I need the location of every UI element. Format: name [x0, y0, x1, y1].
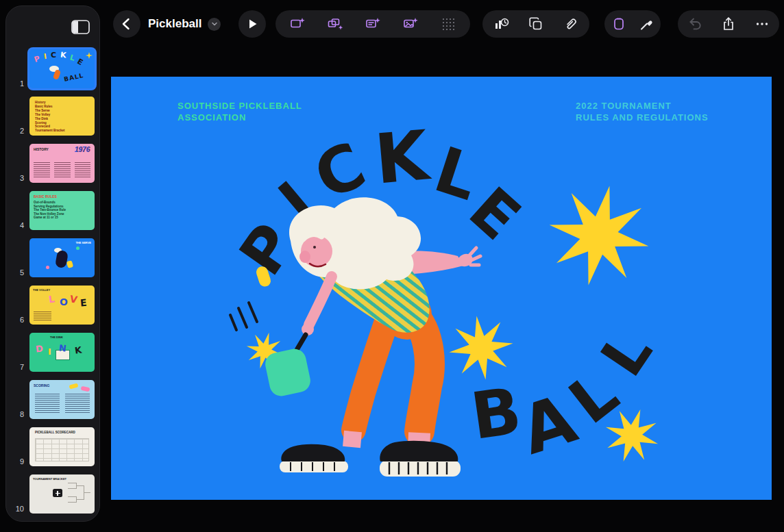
- slide-thumbnail-4[interactable]: BASIC RULES Out-of-Bounds Serving Regula…: [29, 191, 95, 230]
- object-style-button[interactable]: [604, 10, 633, 38]
- slide-number: 8: [12, 410, 24, 418]
- slide-thumbnail-9[interactable]: PICKLEBALL SCORECARD: [29, 427, 95, 466]
- share-icon: [720, 16, 737, 32]
- thumb-letter: I: [48, 346, 51, 357]
- slide-number: 6: [12, 316, 24, 324]
- play-button[interactable]: [238, 10, 266, 38]
- pickle-shape: [69, 383, 78, 389]
- slide-thumbnail-6[interactable]: THE VOLLEY L O V E: [29, 286, 95, 325]
- bracket-line: [68, 483, 77, 489]
- bracket-line: [84, 492, 90, 493]
- thumb-letter: K: [60, 51, 66, 60]
- slide-thumbnail-7[interactable]: THE DINK D I N K: [29, 333, 95, 372]
- header-line: 2022 TOURNAMENT: [576, 100, 709, 112]
- sidebar-toggle-button[interactable]: [71, 20, 90, 36]
- bracket-line: [77, 485, 84, 500]
- actions-toolbar-group: [678, 10, 779, 38]
- slide-header-right[interactable]: 2022 TOURNAMENT RULES AND REGULATIONS: [576, 100, 709, 123]
- bracket-line: [68, 496, 77, 503]
- slide-header-left[interactable]: SOUTHSIDE PICKLEBALL ASSOCIATION: [177, 100, 302, 123]
- document-title[interactable]: Pickleball: [148, 10, 221, 38]
- slide-row: 8 SCORING: [6, 380, 99, 419]
- text-lines: [34, 312, 51, 320]
- format-brush-button[interactable]: [633, 10, 661, 38]
- text-lines: [35, 394, 60, 413]
- slide-row: 5 THE SERVE: [6, 238, 99, 277]
- thumb-letter: V: [69, 293, 78, 305]
- ellipsis-icon: [754, 16, 770, 32]
- document-title-label: Pickleball: [148, 17, 201, 31]
- thumb-letter: K: [74, 344, 82, 355]
- paperclip-icon: [563, 16, 579, 32]
- thumb-letter: D: [35, 343, 43, 354]
- add-transition-button[interactable]: [319, 10, 351, 38]
- play-icon: [245, 17, 259, 31]
- slide-row: 1 P I C K L E BALL: [6, 49, 99, 88]
- brush-icon: [639, 16, 655, 32]
- thumb-title: THE DINK: [50, 335, 63, 339]
- sidebar-toggle-icon: [71, 20, 90, 34]
- slide-number: 1: [12, 79, 24, 88]
- text-slide-sparkle-icon: [365, 16, 381, 32]
- slide-thumbnail-2[interactable]: History Basic Rules The Serve The Volley…: [29, 97, 95, 136]
- more-button[interactable]: [746, 10, 778, 38]
- text-lines: [34, 162, 50, 177]
- slide-thumbnail-3[interactable]: HISTORY 1976: [29, 144, 95, 183]
- thumb-title: HISTORY: [34, 147, 49, 151]
- object-toolbar-group: [482, 10, 589, 38]
- slide-number: 2: [12, 127, 24, 135]
- slide-thumbnail-10[interactable]: TOURNAMENT BRACKET: [29, 474, 95, 514]
- thumb-title: SCORING: [34, 383, 49, 388]
- slide-thumbnail-1[interactable]: P I C K L E BALL: [29, 49, 95, 88]
- slide-sparkle-icon: [289, 16, 306, 32]
- add-text-button[interactable]: [357, 10, 389, 38]
- slide-row: 7 THE DINK D I N K: [6, 333, 99, 372]
- header-line: ASSOCIATION: [177, 112, 302, 123]
- thumb-title: THE SERVE: [75, 241, 91, 244]
- slide-thumbnail-list: 1 P I C K L E BALL 2 History Basic Rules: [6, 49, 99, 514]
- back-button[interactable]: [113, 10, 140, 38]
- new-slide-button[interactable]: [282, 10, 313, 38]
- rules-list: Out-of-Bounds Serving Regulations The Tw…: [34, 201, 66, 220]
- decorative-dot: [76, 246, 79, 250]
- thumb-letter: I: [43, 52, 47, 61]
- thumb-title: BASIC RULES: [34, 194, 57, 199]
- slide-artwork: P I C K L E B A L L: [111, 77, 772, 500]
- attachment-button[interactable]: [555, 10, 587, 38]
- thumb-title: THE VOLLEY: [33, 288, 50, 292]
- thumb-letter: C: [51, 51, 56, 60]
- text-lines: [75, 162, 90, 177]
- overlapping-squares-icon: [528, 16, 544, 32]
- chevron-down-icon[interactable]: [208, 18, 221, 31]
- share-button[interactable]: [713, 10, 744, 38]
- slide-row: 10 TOURNAMENT BRACKET: [6, 474, 99, 514]
- text-lines: [54, 162, 71, 177]
- thumb-figure: [55, 250, 69, 268]
- slide-thumbnail-8[interactable]: SCORING: [29, 380, 95, 419]
- thumb-word: BALL: [63, 72, 84, 83]
- header-line: RULES AND REGULATIONS: [576, 112, 709, 123]
- chevron-left-icon: [119, 16, 134, 31]
- header-line: SOUTHSIDE PICKLEBALL: [177, 100, 302, 112]
- slide-number: 5: [12, 268, 24, 277]
- thumb-paddle: [66, 260, 73, 268]
- slide-row: 4 BASIC RULES Out-of-Bounds Serving Regu…: [6, 191, 99, 230]
- thumb-title: PICKLEBALL SCORECARD: [35, 431, 75, 434]
- layouts-button[interactable]: [432, 10, 464, 38]
- rehearse-button[interactable]: [486, 10, 517, 38]
- thumb-year: 1976: [75, 146, 90, 153]
- thumb-letter: L: [48, 293, 56, 305]
- slide-number: 7: [12, 363, 24, 371]
- slide-editor[interactable]: P I C K L E B A L L: [111, 77, 772, 500]
- pickle-shape: [81, 386, 90, 392]
- shapes-button[interactable]: [520, 10, 552, 38]
- slides-sparkle-icon: [327, 16, 343, 32]
- thumb-letter: L: [69, 53, 75, 62]
- display-letter[interactable]: K: [371, 115, 434, 200]
- slide-thumbnail-5[interactable]: THE SERVE: [29, 238, 95, 277]
- thumb-letter: P: [33, 54, 41, 64]
- decorative-dot: [46, 266, 49, 269]
- undo-button[interactable]: [680, 10, 711, 38]
- add-icon: [53, 489, 62, 497]
- add-media-button[interactable]: [395, 10, 426, 38]
